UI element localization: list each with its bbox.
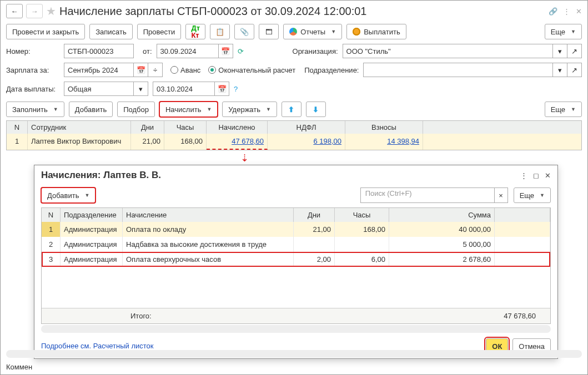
kebab-icon[interactable]: ⋮	[563, 7, 570, 16]
post-and-close-button[interactable]: Провести и закрыть	[6, 24, 85, 39]
comment-label: Коммен	[6, 363, 32, 371]
table-row[interactable]: 3 Администрация Оплата сверхурочных часо…	[42, 252, 550, 267]
dialog-add-button[interactable]: Добавить▼	[41, 188, 96, 203]
dtkt-button[interactable]: ДтКт	[185, 24, 205, 39]
arrow-up-icon: ⬆	[288, 105, 294, 114]
employees-table: N Сотрудник Дни Часы Начислено НДФЛ Взно…	[6, 120, 582, 150]
pick-button[interactable]: Подбор	[117, 102, 155, 117]
from-label: от:	[143, 47, 152, 55]
contrib-link[interactable]: 14 398,94	[345, 134, 423, 150]
pay-date-type-input[interactable]: Общая	[64, 82, 134, 96]
nav-back-button[interactable]: ←	[6, 4, 23, 18]
org-label: Организация:	[293, 47, 338, 55]
period-nav-icon[interactable]: ÷	[148, 63, 163, 77]
accrued-link[interactable]: 47 678,60	[207, 134, 268, 150]
chevron-down-icon: ▼	[266, 107, 271, 112]
col-days[interactable]: Дни	[294, 208, 335, 222]
help-icon[interactable]: ?	[234, 85, 238, 93]
open-icon[interactable]: ↗	[567, 44, 582, 58]
dtkt-icon: ДтКт	[191, 24, 200, 39]
arrow-down-icon: ⬇	[313, 105, 319, 114]
callout-arrow-icon: ⇣	[240, 152, 249, 164]
favorite-star-icon[interactable]: ★	[46, 4, 56, 18]
accrue-button[interactable]: Начислить▼	[159, 102, 218, 117]
open-icon[interactable]: ↗	[567, 63, 582, 77]
payslip-link[interactable]: Подробнее см. Расчетный листок	[41, 342, 154, 351]
kebab-icon[interactable]: ⋮	[520, 171, 527, 180]
form-icon: 🗔	[265, 28, 273, 36]
fill-button[interactable]: Заполнить▼	[6, 102, 64, 117]
pay-date-input[interactable]: 03.10.2024	[153, 82, 215, 96]
close-icon[interactable]: ✕	[545, 171, 551, 180]
search-input[interactable]: Поиск (Ctrl+F)	[360, 188, 495, 203]
clear-search-button[interactable]: ×	[495, 188, 508, 203]
number-input[interactable]: СТБП-000023	[64, 44, 134, 58]
chevron-down-icon: ▼	[331, 29, 336, 34]
add-button[interactable]: Добавить	[69, 102, 113, 117]
col-ndfl[interactable]: НДФЛ	[268, 121, 345, 134]
dept-input[interactable]	[363, 63, 553, 77]
col-hours[interactable]: Часы	[164, 121, 207, 134]
col-days[interactable]: Дни	[131, 121, 164, 134]
table-row[interactable]: 1 Администрация Оплата по окладу 21,00 1…	[42, 222, 550, 237]
total-label: Итого:	[42, 308, 294, 323]
post-button[interactable]: Провести	[137, 24, 182, 39]
reports-button[interactable]: Отчеты▼	[283, 24, 342, 39]
period-input[interactable]: Сентябрь 2024	[64, 63, 134, 77]
col-contrib[interactable]: Взносы	[345, 121, 423, 134]
accruals-dialog: Начисления: Лаптев В. В. ⋮ ◻ ✕ Добавить▼…	[34, 165, 558, 359]
more-button[interactable]: Еще▼	[545, 24, 582, 39]
total-value: 47 678,60	[391, 308, 550, 323]
col-accrual[interactable]: Начисление	[123, 208, 294, 222]
ndfl-link[interactable]: 6 198,00	[268, 134, 345, 150]
withhold-button[interactable]: Удержать▼	[222, 102, 277, 117]
table-more-button[interactable]: Еще▼	[545, 102, 582, 117]
col-sum[interactable]: Сумма	[389, 208, 495, 222]
horizontal-scrollbar[interactable]	[41, 325, 551, 333]
org-input[interactable]: ООО "Стиль"	[343, 44, 553, 58]
close-icon[interactable]: ✕	[576, 7, 582, 16]
salary-for-label: Зарплата за:	[6, 66, 59, 74]
chevron-down-icon: ▼	[571, 29, 576, 34]
table-row[interactable]: 2 Администрация Надбавка за высокие дост…	[42, 237, 550, 252]
pie-chart-icon	[289, 28, 297, 36]
nav-forward-button[interactable]: →	[26, 4, 43, 18]
dropdown-icon[interactable]: ▾	[553, 63, 567, 77]
col-hours[interactable]: Часы	[335, 208, 389, 222]
dropdown-icon[interactable]: ▾	[553, 44, 567, 58]
horizontal-scrollbar[interactable]	[6, 350, 582, 358]
col-dept[interactable]: Подразделение	[61, 208, 123, 222]
calendar-icon[interactable]: 📅	[134, 63, 148, 77]
chevron-down-icon: ▼	[84, 192, 89, 198]
col-n[interactable]: N	[42, 208, 61, 222]
chevron-down-icon: ▼	[207, 107, 212, 112]
dept-label: Подразделение:	[304, 66, 359, 74]
chevron-down-icon: ▼	[53, 107, 58, 112]
refresh-icon[interactable]: ⟳	[238, 47, 244, 55]
paperclip-icon: 📎	[240, 28, 249, 36]
pay-date-label: Дата выплаты:	[6, 85, 59, 93]
write-button[interactable]: Записать	[89, 24, 133, 39]
link-icon[interactable]: 🔗	[549, 7, 557, 16]
accruals-table: N Подразделение Начисление Дни Часы Сумм…	[41, 207, 551, 324]
list-icon: 📋	[215, 28, 224, 36]
col-accrued[interactable]: Начислено	[207, 121, 268, 134]
pay-button[interactable]: Выплатить	[346, 24, 406, 39]
move-down-button[interactable]: ⬇	[306, 102, 326, 117]
advance-radio[interactable]: Аванс	[170, 66, 200, 74]
col-n[interactable]: N	[7, 121, 28, 134]
table-row[interactable]: 1 Лаптев Виктор Викторович 21,00 168,00 …	[7, 134, 581, 150]
col-employee[interactable]: Сотрудник	[28, 121, 131, 134]
dropdown-icon[interactable]: ▾	[134, 82, 148, 96]
maximize-icon[interactable]: ◻	[533, 171, 539, 180]
dialog-more-button[interactable]: Еще▼	[514, 188, 551, 203]
move-up-button[interactable]: ⬆	[282, 102, 301, 117]
final-radio[interactable]: Окончательный расчет	[208, 66, 295, 74]
date-input[interactable]: 30.09.2024	[157, 44, 219, 58]
dialog-title: Начисления: Лаптев В. В.	[41, 170, 515, 181]
calendar-icon[interactable]: 📅	[215, 82, 229, 96]
list-button[interactable]: 📋	[210, 24, 230, 39]
calendar-icon[interactable]: 📅	[219, 44, 233, 58]
form-button[interactable]: 🗔	[259, 24, 279, 39]
attach-button[interactable]: 📎	[234, 24, 254, 39]
